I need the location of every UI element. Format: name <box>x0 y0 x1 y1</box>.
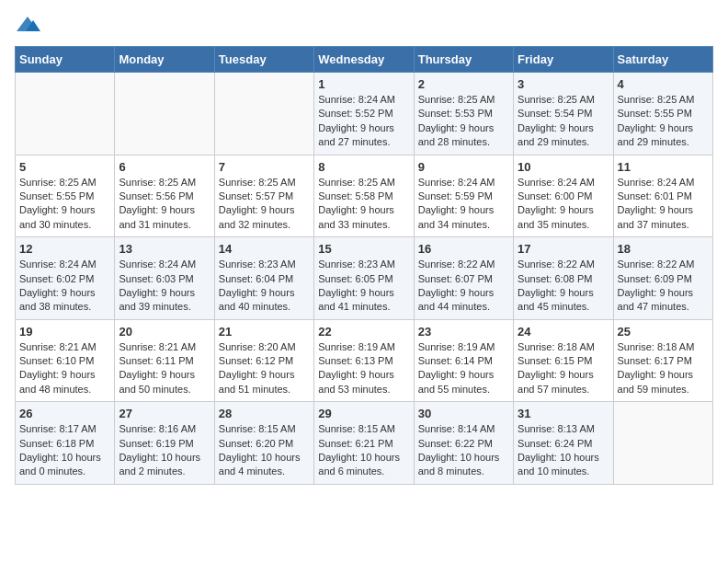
header-cell-friday: Friday <box>514 47 613 73</box>
day-cell: 2Sunrise: 8:25 AM Sunset: 5:53 PM Daylig… <box>414 73 513 155</box>
header-cell-sunday: Sunday <box>16 47 115 73</box>
day-number: 28 <box>219 407 310 420</box>
day-number: 17 <box>518 242 609 256</box>
day-content: Sunrise: 8:24 AM Sunset: 6:00 PM Dayligh… <box>518 176 609 233</box>
day-number: 6 <box>119 160 210 174</box>
day-cell: 8Sunrise: 8:25 AM Sunset: 5:58 PM Daylig… <box>314 155 414 237</box>
header-row: SundayMondayTuesdayWednesdayThursdayFrid… <box>16 47 713 73</box>
day-content: Sunrise: 8:15 AM Sunset: 6:21 PM Dayligh… <box>318 422 409 479</box>
day-number: 7 <box>219 160 310 174</box>
day-cell <box>613 402 712 485</box>
day-cell: 16Sunrise: 8:22 AM Sunset: 6:07 PM Dayli… <box>414 237 513 320</box>
day-number: 2 <box>418 77 509 91</box>
week-row-4: 19Sunrise: 8:21 AM Sunset: 6:10 PM Dayli… <box>16 319 713 402</box>
day-number: 10 <box>518 160 609 174</box>
day-cell: 18Sunrise: 8:22 AM Sunset: 6:09 PM Dayli… <box>613 237 712 320</box>
week-row-1: 1Sunrise: 8:24 AM Sunset: 5:52 PM Daylig… <box>16 73 713 155</box>
day-content: Sunrise: 8:24 AM Sunset: 5:59 PM Dayligh… <box>418 176 509 233</box>
day-cell: 6Sunrise: 8:25 AM Sunset: 5:56 PM Daylig… <box>115 155 214 237</box>
day-number: 13 <box>119 242 210 256</box>
day-cell: 4Sunrise: 8:25 AM Sunset: 5:55 PM Daylig… <box>613 73 712 155</box>
day-number: 18 <box>618 242 709 256</box>
day-cell: 7Sunrise: 8:25 AM Sunset: 5:57 PM Daylig… <box>214 155 313 237</box>
week-row-2: 5Sunrise: 8:25 AM Sunset: 5:55 PM Daylig… <box>16 155 713 237</box>
day-cell: 27Sunrise: 8:16 AM Sunset: 6:19 PM Dayli… <box>115 402 214 485</box>
day-cell <box>16 73 115 155</box>
day-number: 24 <box>518 325 609 339</box>
day-number: 15 <box>318 242 409 256</box>
day-number: 12 <box>19 242 110 256</box>
day-number: 5 <box>19 160 110 174</box>
day-content: Sunrise: 8:20 AM Sunset: 6:12 PM Dayligh… <box>219 340 310 397</box>
day-cell: 10Sunrise: 8:24 AM Sunset: 6:00 PM Dayli… <box>514 155 613 237</box>
day-content: Sunrise: 8:22 AM Sunset: 6:07 PM Dayligh… <box>418 258 509 315</box>
day-cell <box>214 73 313 155</box>
day-cell: 22Sunrise: 8:19 AM Sunset: 6:13 PM Dayli… <box>314 319 414 402</box>
day-content: Sunrise: 8:25 AM Sunset: 5:58 PM Dayligh… <box>318 176 409 233</box>
day-cell <box>115 73 214 155</box>
logo-icon <box>15 15 40 35</box>
day-cell: 15Sunrise: 8:23 AM Sunset: 6:05 PM Dayli… <box>314 237 414 320</box>
day-content: Sunrise: 8:19 AM Sunset: 6:13 PM Dayligh… <box>318 340 409 397</box>
day-content: Sunrise: 8:24 AM Sunset: 5:52 PM Dayligh… <box>318 93 409 150</box>
day-content: Sunrise: 8:23 AM Sunset: 6:05 PM Dayligh… <box>318 258 409 315</box>
header-cell-monday: Monday <box>115 47 214 73</box>
day-content: Sunrise: 8:18 AM Sunset: 6:15 PM Dayligh… <box>518 340 609 397</box>
day-number: 8 <box>318 160 409 174</box>
header-cell-thursday: Thursday <box>414 47 513 73</box>
day-cell: 31Sunrise: 8:13 AM Sunset: 6:24 PM Dayli… <box>514 402 613 485</box>
day-number: 31 <box>518 407 609 420</box>
day-content: Sunrise: 8:24 AM Sunset: 6:03 PM Dayligh… <box>119 258 210 315</box>
header-cell-tuesday: Tuesday <box>214 47 313 73</box>
day-number: 25 <box>618 325 709 339</box>
day-content: Sunrise: 8:21 AM Sunset: 6:11 PM Dayligh… <box>119 340 210 397</box>
day-number: 27 <box>119 407 210 420</box>
day-number: 11 <box>618 160 709 174</box>
header-cell-saturday: Saturday <box>613 47 712 73</box>
day-content: Sunrise: 8:24 AM Sunset: 6:01 PM Dayligh… <box>618 176 709 233</box>
day-content: Sunrise: 8:16 AM Sunset: 6:19 PM Dayligh… <box>119 422 210 479</box>
day-content: Sunrise: 8:23 AM Sunset: 6:04 PM Dayligh… <box>219 258 310 315</box>
day-number: 14 <box>219 242 310 256</box>
week-row-5: 26Sunrise: 8:17 AM Sunset: 6:18 PM Dayli… <box>16 402 713 485</box>
day-content: Sunrise: 8:17 AM Sunset: 6:18 PM Dayligh… <box>19 422 110 479</box>
day-content: Sunrise: 8:22 AM Sunset: 6:09 PM Dayligh… <box>618 258 709 315</box>
day-cell: 23Sunrise: 8:19 AM Sunset: 6:14 PM Dayli… <box>414 319 513 402</box>
day-number: 30 <box>418 407 509 420</box>
day-cell: 17Sunrise: 8:22 AM Sunset: 6:08 PM Dayli… <box>514 237 613 320</box>
day-cell: 25Sunrise: 8:18 AM Sunset: 6:17 PM Dayli… <box>613 319 712 402</box>
day-content: Sunrise: 8:19 AM Sunset: 6:14 PM Dayligh… <box>418 340 509 397</box>
day-cell: 20Sunrise: 8:21 AM Sunset: 6:11 PM Dayli… <box>115 319 214 402</box>
day-content: Sunrise: 8:25 AM Sunset: 5:53 PM Dayligh… <box>418 93 509 150</box>
day-content: Sunrise: 8:18 AM Sunset: 6:17 PM Dayligh… <box>618 340 709 397</box>
day-number: 3 <box>518 77 609 91</box>
day-content: Sunrise: 8:25 AM Sunset: 5:54 PM Dayligh… <box>518 93 609 150</box>
day-content: Sunrise: 8:21 AM Sunset: 6:10 PM Dayligh… <box>19 340 110 397</box>
day-cell: 24Sunrise: 8:18 AM Sunset: 6:15 PM Dayli… <box>514 319 613 402</box>
calendar-table: SundayMondayTuesdayWednesdayThursdayFrid… <box>15 46 713 485</box>
day-content: Sunrise: 8:25 AM Sunset: 5:57 PM Dayligh… <box>219 176 310 233</box>
day-content: Sunrise: 8:22 AM Sunset: 6:08 PM Dayligh… <box>518 258 609 315</box>
day-content: Sunrise: 8:25 AM Sunset: 5:56 PM Dayligh… <box>119 176 210 233</box>
day-number: 29 <box>318 407 409 420</box>
day-cell: 9Sunrise: 8:24 AM Sunset: 5:59 PM Daylig… <box>414 155 513 237</box>
day-cell: 21Sunrise: 8:20 AM Sunset: 6:12 PM Dayli… <box>214 319 313 402</box>
calendar-body: 1Sunrise: 8:24 AM Sunset: 5:52 PM Daylig… <box>16 73 713 485</box>
day-cell: 30Sunrise: 8:14 AM Sunset: 6:22 PM Dayli… <box>414 402 513 485</box>
day-number: 23 <box>418 325 509 339</box>
day-content: Sunrise: 8:24 AM Sunset: 6:02 PM Dayligh… <box>19 258 110 315</box>
day-cell: 3Sunrise: 8:25 AM Sunset: 5:54 PM Daylig… <box>514 73 613 155</box>
day-number: 4 <box>618 77 709 91</box>
calendar-header: SundayMondayTuesdayWednesdayThursdayFrid… <box>16 47 713 73</box>
day-cell: 5Sunrise: 8:25 AM Sunset: 5:55 PM Daylig… <box>16 155 115 237</box>
logo <box>15 15 44 35</box>
day-number: 22 <box>318 325 409 339</box>
day-cell: 26Sunrise: 8:17 AM Sunset: 6:18 PM Dayli… <box>16 402 115 485</box>
day-cell: 1Sunrise: 8:24 AM Sunset: 5:52 PM Daylig… <box>314 73 414 155</box>
day-cell: 29Sunrise: 8:15 AM Sunset: 6:21 PM Dayli… <box>314 402 414 485</box>
day-content: Sunrise: 8:13 AM Sunset: 6:24 PM Dayligh… <box>518 422 609 479</box>
day-cell: 14Sunrise: 8:23 AM Sunset: 6:04 PM Dayli… <box>214 237 313 320</box>
day-number: 26 <box>19 407 110 420</box>
day-number: 20 <box>119 325 210 339</box>
week-row-3: 12Sunrise: 8:24 AM Sunset: 6:02 PM Dayli… <box>16 237 713 320</box>
